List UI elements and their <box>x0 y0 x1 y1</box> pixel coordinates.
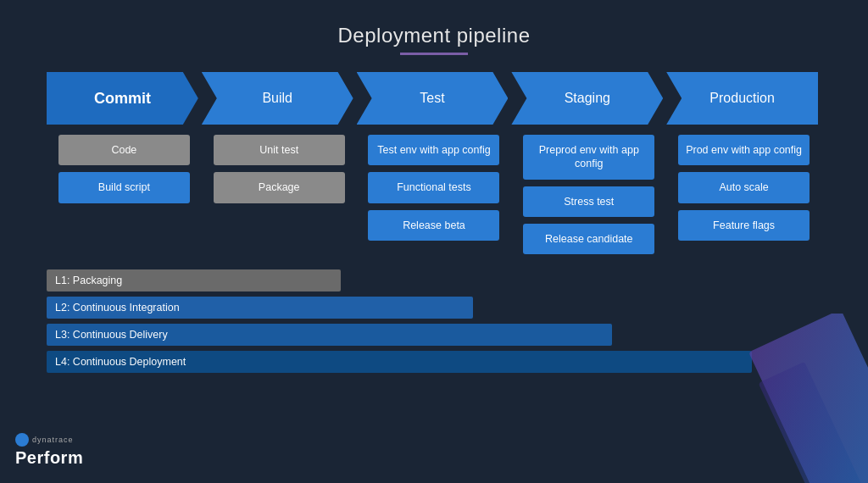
card-production-1: Auto scale <box>678 172 810 203</box>
level-label-l3: L3: Continuous Delivery <box>55 329 168 341</box>
dynatrace-icon <box>15 433 29 447</box>
arrow-stage-production: Production <box>666 72 818 125</box>
card-test-2: Release beta <box>368 210 499 241</box>
arrow-stage-staging: Staging <box>511 72 663 125</box>
deco-shape-2 <box>759 362 868 483</box>
logo-icon: dynatrace <box>15 433 74 447</box>
stage-col-staging: Preprod env with app configStress testRe… <box>511 125 666 254</box>
card-staging-2: Release candidate <box>523 224 654 254</box>
level-bar-l1: L1: Packaging <box>47 269 341 291</box>
level-label-l1: L1: Packaging <box>55 275 122 286</box>
card-production-0: Prod env with app config <box>678 135 810 165</box>
arrow-stage-test: Test <box>357 72 509 125</box>
stage-col-build: Unit testPackage <box>202 125 357 254</box>
page-title: Deployment pipeline <box>0 24 868 47</box>
card-commit-0: Code <box>58 135 190 165</box>
stage-label-build: Build <box>262 91 292 106</box>
title-area: Deployment pipeline <box>0 0 868 64</box>
card-test-0: Test env with app config <box>368 135 499 165</box>
stage-col-test: Test env with app configFunctional tests… <box>357 125 512 254</box>
card-production-2: Feature flags <box>678 210 810 241</box>
title-underline <box>400 53 468 55</box>
card-build-0: Unit test <box>214 135 345 165</box>
level-bar-l3: L3: Continuous Delivery <box>47 324 612 346</box>
perform-label: Perform <box>15 448 83 468</box>
level-label-l2: L2: Continuous Integration <box>55 302 180 314</box>
card-test-1: Functional tests <box>368 172 499 203</box>
level-bar-l2: L2: Continuous Integration <box>47 297 473 319</box>
stage-label-production: Production <box>709 91 775 106</box>
stages-row: CodeBuild scriptUnit testPackageTest env… <box>0 125 868 254</box>
page-container: Deployment pipeline CommitBuildTestStagi… <box>0 0 868 373</box>
level-bar-l4: L4: Continuous Deployment <box>47 351 752 373</box>
stage-col-production: Prod env with app configAuto scaleFeatur… <box>666 125 821 254</box>
stage-label-staging: Staging <box>565 91 610 106</box>
card-commit-1: Build script <box>58 172 190 203</box>
arrow-stage-commit: Commit <box>47 72 198 125</box>
stage-label-commit: Commit <box>94 90 151 108</box>
card-staging-1: Stress test <box>523 186 654 217</box>
stage-col-commit: CodeBuild script <box>47 125 202 254</box>
card-staging-0: Preprod env with app config <box>523 135 654 180</box>
logo: dynatrace Perform <box>15 433 83 468</box>
arrow-stage-build: Build <box>202 72 353 125</box>
level-label-l4: L4: Continuous Deployment <box>55 356 186 368</box>
card-build-1: Package <box>214 172 345 203</box>
pipeline-arrows: CommitBuildTestStagingProduction <box>0 72 868 125</box>
levels-container: L1: PackagingL2: Continuous IntegrationL… <box>0 254 868 373</box>
stage-label-test: Test <box>420 91 444 106</box>
dynatrace-label: dynatrace <box>32 436 74 444</box>
